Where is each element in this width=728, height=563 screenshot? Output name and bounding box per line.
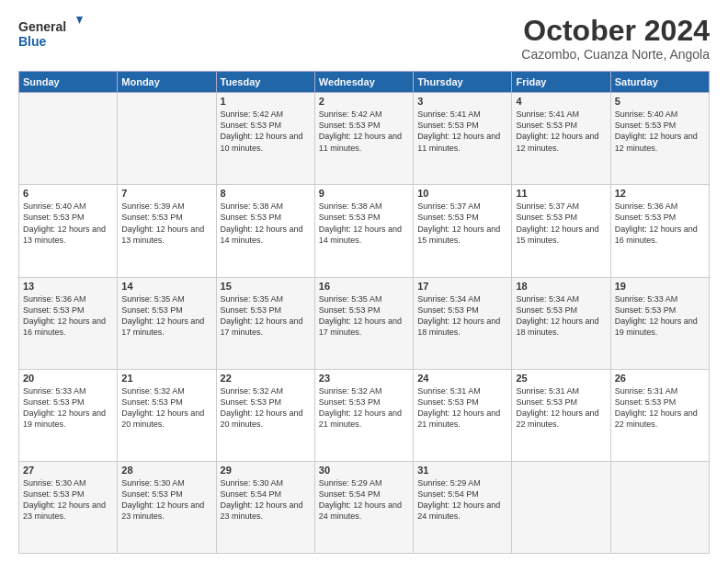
month-title: October 2024	[521, 15, 710, 47]
svg-text:General: General	[18, 19, 66, 34]
calendar-cell	[610, 461, 709, 553]
calendar-cell: 19 Sunrise: 5:33 AMSunset: 5:53 PMDaylig…	[610, 277, 709, 369]
calendar-cell: 18 Sunrise: 5:34 AMSunset: 5:53 PMDaylig…	[512, 277, 610, 369]
day-number: 29	[221, 465, 311, 476]
cell-info: Sunrise: 5:32 AMSunset: 5:53 PMDaylight:…	[221, 386, 303, 429]
calendar-cell: 1 Sunrise: 5:42 AMSunset: 5:53 PMDayligh…	[216, 93, 314, 185]
calendar-cell: 4 Sunrise: 5:41 AMSunset: 5:53 PMDayligh…	[512, 93, 610, 185]
day-number: 21	[121, 373, 211, 384]
cell-info: Sunrise: 5:35 AMSunset: 5:53 PMDaylight:…	[221, 294, 303, 337]
calendar-cell: 29 Sunrise: 5:30 AMSunset: 5:54 PMDaylig…	[216, 461, 314, 553]
calendar-cell	[118, 93, 216, 185]
calendar-day-header: Saturday	[610, 72, 709, 93]
svg-text:Blue: Blue	[18, 34, 47, 49]
calendar-cell: 13 Sunrise: 5:36 AMSunset: 5:53 PMDaylig…	[19, 277, 118, 369]
svg-marker-2	[76, 17, 83, 24]
day-number: 31	[417, 465, 507, 476]
calendar-cell: 9 Sunrise: 5:38 AMSunset: 5:53 PMDayligh…	[314, 185, 413, 277]
cell-info: Sunrise: 5:32 AMSunset: 5:53 PMDaylight:…	[121, 386, 204, 429]
calendar-cell: 22 Sunrise: 5:32 AMSunset: 5:53 PMDaylig…	[216, 369, 314, 461]
cell-info: Sunrise: 5:40 AMSunset: 5:53 PMDaylight:…	[615, 109, 698, 152]
day-number: 5	[615, 96, 705, 107]
cell-info: Sunrise: 5:34 AMSunset: 5:53 PMDaylight:…	[516, 294, 598, 337]
calendar-cell: 24 Sunrise: 5:31 AMSunset: 5:53 PMDaylig…	[414, 369, 512, 461]
cell-info: Sunrise: 5:42 AMSunset: 5:53 PMDaylight:…	[221, 109, 303, 152]
day-number: 4	[516, 96, 606, 107]
day-number: 14	[121, 281, 211, 292]
cell-info: Sunrise: 5:31 AMSunset: 5:53 PMDaylight:…	[516, 386, 598, 429]
calendar-cell: 25 Sunrise: 5:31 AMSunset: 5:53 PMDaylig…	[512, 369, 610, 461]
logo: General Blue	[18, 15, 83, 52]
day-number: 30	[319, 465, 409, 476]
cell-info: Sunrise: 5:30 AMSunset: 5:53 PMDaylight:…	[121, 478, 204, 521]
calendar-cell: 12 Sunrise: 5:36 AMSunset: 5:53 PMDaylig…	[610, 185, 709, 277]
calendar-day-header: Sunday	[19, 72, 118, 93]
day-number: 11	[516, 188, 606, 199]
cell-info: Sunrise: 5:33 AMSunset: 5:53 PMDaylight:…	[23, 386, 106, 429]
cell-info: Sunrise: 5:31 AMSunset: 5:53 PMDaylight:…	[615, 386, 698, 429]
day-number: 24	[417, 373, 507, 384]
calendar-cell: 20 Sunrise: 5:33 AMSunset: 5:53 PMDaylig…	[19, 369, 118, 461]
cell-info: Sunrise: 5:37 AMSunset: 5:53 PMDaylight:…	[516, 201, 598, 244]
calendar-week-row: 27 Sunrise: 5:30 AMSunset: 5:53 PMDaylig…	[19, 461, 710, 553]
calendar-day-header: Wednesday	[314, 72, 413, 93]
calendar-day-header: Thursday	[414, 72, 512, 93]
header: General Blue October 2024 Cazombo, Cuanz…	[18, 15, 710, 62]
calendar-cell: 10 Sunrise: 5:37 AMSunset: 5:53 PMDaylig…	[414, 185, 512, 277]
calendar-cell: 8 Sunrise: 5:38 AMSunset: 5:53 PMDayligh…	[216, 185, 314, 277]
calendar-week-row: 13 Sunrise: 5:36 AMSunset: 5:53 PMDaylig…	[19, 277, 710, 369]
calendar-cell: 23 Sunrise: 5:32 AMSunset: 5:53 PMDaylig…	[314, 369, 413, 461]
day-number: 26	[615, 373, 705, 384]
calendar-cell: 16 Sunrise: 5:35 AMSunset: 5:53 PMDaylig…	[314, 277, 413, 369]
calendar-week-row: 6 Sunrise: 5:40 AMSunset: 5:53 PMDayligh…	[19, 185, 710, 277]
day-number: 19	[615, 281, 705, 292]
day-number: 17	[417, 281, 507, 292]
cell-info: Sunrise: 5:29 AMSunset: 5:54 PMDaylight:…	[319, 478, 402, 521]
cell-info: Sunrise: 5:30 AMSunset: 5:53 PMDaylight:…	[23, 478, 106, 521]
calendar-day-header: Monday	[118, 72, 216, 93]
calendar-cell: 31 Sunrise: 5:29 AMSunset: 5:54 PMDaylig…	[414, 461, 512, 553]
calendar-cell: 26 Sunrise: 5:31 AMSunset: 5:53 PMDaylig…	[610, 369, 709, 461]
day-number: 13	[23, 281, 113, 292]
day-number: 3	[417, 96, 507, 107]
calendar-cell: 5 Sunrise: 5:40 AMSunset: 5:53 PMDayligh…	[610, 93, 709, 185]
cell-info: Sunrise: 5:42 AMSunset: 5:53 PMDaylight:…	[319, 109, 402, 152]
calendar-day-header: Friday	[512, 72, 610, 93]
logo-svg: General Blue	[18, 15, 83, 52]
calendar-cell: 7 Sunrise: 5:39 AMSunset: 5:53 PMDayligh…	[118, 185, 216, 277]
cell-info: Sunrise: 5:30 AMSunset: 5:54 PMDaylight:…	[221, 478, 303, 521]
cell-info: Sunrise: 5:29 AMSunset: 5:54 PMDaylight:…	[417, 478, 500, 521]
calendar-cell: 11 Sunrise: 5:37 AMSunset: 5:53 PMDaylig…	[512, 185, 610, 277]
day-number: 9	[319, 188, 409, 199]
day-number: 6	[23, 188, 113, 199]
calendar-cell: 2 Sunrise: 5:42 AMSunset: 5:53 PMDayligh…	[314, 93, 413, 185]
day-number: 2	[319, 96, 409, 107]
calendar-week-row: 1 Sunrise: 5:42 AMSunset: 5:53 PMDayligh…	[19, 93, 710, 185]
day-number: 7	[121, 188, 211, 199]
calendar-cell: 6 Sunrise: 5:40 AMSunset: 5:53 PMDayligh…	[19, 185, 118, 277]
day-number: 22	[221, 373, 311, 384]
day-number: 10	[417, 188, 507, 199]
cell-info: Sunrise: 5:34 AMSunset: 5:53 PMDaylight:…	[417, 294, 500, 337]
calendar-day-header: Tuesday	[216, 72, 314, 93]
calendar-table: SundayMondayTuesdayWednesdayThursdayFrid…	[18, 71, 710, 554]
title-area: October 2024 Cazombo, Cuanza Norte, Ango…	[521, 15, 710, 62]
calendar-cell: 17 Sunrise: 5:34 AMSunset: 5:53 PMDaylig…	[414, 277, 512, 369]
day-number: 1	[221, 96, 311, 107]
calendar-cell: 30 Sunrise: 5:29 AMSunset: 5:54 PMDaylig…	[314, 461, 413, 553]
day-number: 28	[121, 465, 211, 476]
day-number: 18	[516, 281, 606, 292]
subtitle: Cazombo, Cuanza Norte, Angola	[521, 47, 710, 62]
calendar-cell: 27 Sunrise: 5:30 AMSunset: 5:53 PMDaylig…	[19, 461, 118, 553]
day-number: 8	[221, 188, 311, 199]
cell-info: Sunrise: 5:37 AMSunset: 5:53 PMDaylight:…	[417, 201, 500, 244]
day-number: 23	[319, 373, 409, 384]
day-number: 27	[23, 465, 113, 476]
cell-info: Sunrise: 5:36 AMSunset: 5:53 PMDaylight:…	[615, 201, 698, 244]
cell-info: Sunrise: 5:36 AMSunset: 5:53 PMDaylight:…	[23, 294, 106, 337]
calendar-cell: 14 Sunrise: 5:35 AMSunset: 5:53 PMDaylig…	[118, 277, 216, 369]
calendar-cell	[19, 93, 118, 185]
cell-info: Sunrise: 5:35 AMSunset: 5:53 PMDaylight:…	[319, 294, 402, 337]
day-number: 15	[221, 281, 311, 292]
cell-info: Sunrise: 5:41 AMSunset: 5:53 PMDaylight:…	[417, 109, 500, 152]
